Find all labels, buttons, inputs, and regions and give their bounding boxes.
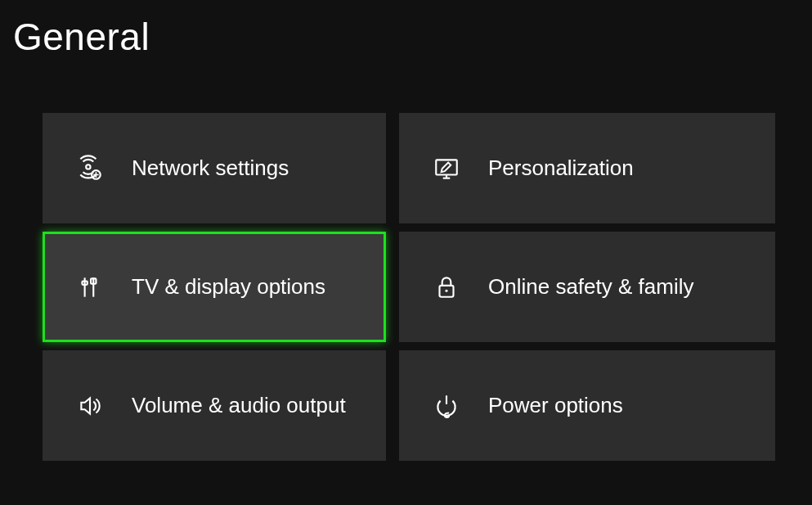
tile-volume-audio-output[interactable]: Volume & audio output — [43, 350, 386, 461]
tile-label: Personalization — [488, 156, 634, 181]
tile-label: Network settings — [132, 156, 289, 181]
power-icon — [431, 390, 462, 422]
settings-grid: Network settings Personalization TV & di… — [43, 113, 778, 461]
svg-point-0 — [86, 165, 90, 169]
svg-point-10 — [445, 289, 447, 291]
tile-label: TV & display options — [132, 274, 325, 300]
svg-rect-2 — [436, 160, 457, 174]
tile-online-safety-family[interactable]: Online safety & family — [399, 232, 775, 342]
lock-icon — [431, 272, 462, 303]
volume-icon — [74, 390, 105, 422]
tile-label: Power options — [488, 393, 623, 418]
personalization-icon — [431, 153, 462, 184]
tile-label: Online safety & family — [488, 274, 693, 300]
network-icon — [74, 153, 105, 184]
tile-personalization[interactable]: Personalization — [399, 113, 775, 223]
tile-tv-display-options[interactable]: TV & display options — [43, 232, 386, 342]
tile-power-options[interactable]: Power options — [399, 350, 775, 461]
display-icon — [74, 272, 105, 303]
page-title: General — [0, 0, 812, 59]
tile-label: Volume & audio output — [132, 393, 346, 418]
tile-network-settings[interactable]: Network settings — [43, 113, 386, 223]
